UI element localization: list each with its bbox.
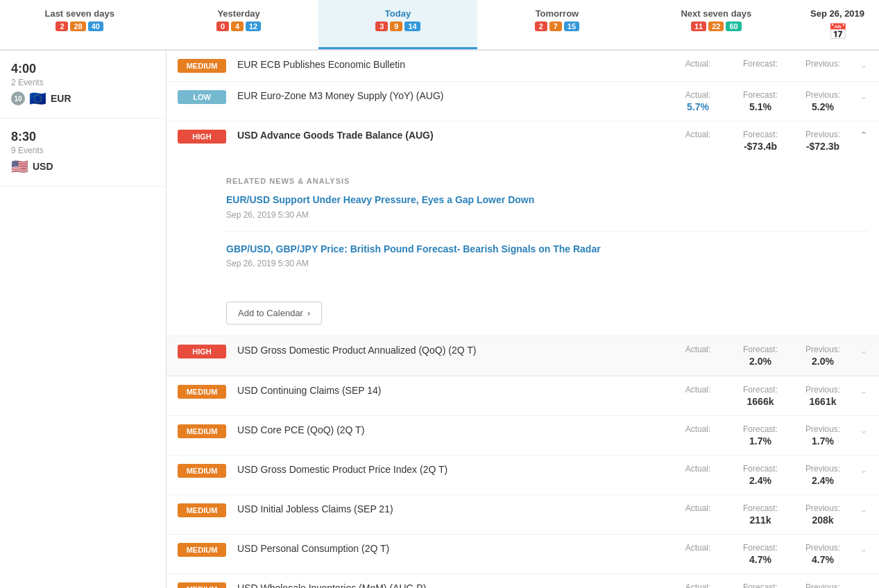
tab-tomorrow[interactable]: Tomorrow 2 7 15 [477,0,636,49]
actual-usd-personal: Actual: [667,543,729,565]
badge-next-seven-medium: 22 [708,21,724,31]
app-layout: Last seven days 2 28 40 Yesterday 0 4 12 [0,0,879,588]
actual-usd-jobless: Actual: [667,503,729,526]
tab-label-last-seven-days: Last seven days [6,8,153,19]
badge-today-high: 3 [375,21,388,31]
related-news-title: RELATED NEWS & ANALYSIS [226,177,868,185]
chevron-eur-ecb[interactable]: ⌄ [860,59,868,70]
chevron-usd-gdp[interactable]: ⌄ [860,345,868,356]
chevron-eur-m3[interactable]: ⌄ [860,90,868,101]
badge-yesterday-medium: 4 [231,21,244,31]
time-block-4am: 4:00 2 Events 10 🇪🇺 EUR [0,51,166,119]
news-link-0[interactable]: EUR/USD Support Under Heavy Pressure, Ey… [226,194,534,205]
time-label-830am: 8:30 [11,130,155,144]
tab-badges-last-seven-days: 2 28 40 [6,21,153,31]
actual-usd-gdp-price: Actual: [667,464,729,486]
actual-usd-wholesale: Actual: [667,582,729,588]
chevron-usd-wholesale[interactable]: ⌄ [860,582,868,588]
event-row-eur-ecb: MEDIUM EUR ECB Publishes Economic Bullet… [167,51,879,82]
calendar-date-picker[interactable]: Sep 26, 2019 📅 [796,0,879,49]
previous-usd-advance: Previous: -$72.3b [792,130,854,152]
tab-label-today: Today [324,8,472,19]
actual-eur-m3: Actual: 5.7% [667,90,729,112]
impact-badge-eur-m3: LOW [178,90,226,104]
stats-usd-jobless: Actual: Forecast: 211k Previous: 208k [667,503,854,526]
time-block-830am: 8:30 9 Events 🇺🇸 USD [0,119,166,187]
stats-usd-continuing: Actual: Forecast: 1666k Previous: 1661k [667,385,854,407]
event-name-usd-core-pce: USD Core PCE (QoQ) (2Q T) [237,424,667,435]
event-row-eur-m3: LOW EUR Euro-Zone M3 Money Supply (YoY) … [167,82,879,121]
eur-label: EUR [51,93,71,104]
stats-usd-core-pce: Actual: Forecast: 1.7% Previous: 1.7% [667,424,854,447]
tab-label-tomorrow: Tomorrow [483,8,631,19]
forecast-usd-core-pce: Forecast: 1.7% [729,424,792,447]
previous-usd-core-pce: Previous: 1.7% [792,424,854,447]
chevron-usd-core-pce[interactable]: ⌄ [860,424,868,435]
badge-last-seven-medium: 28 [70,21,85,31]
stats-usd-advance: Actual: Forecast: -$73.4b Previous: -$72… [667,130,854,152]
forecast-usd-personal: Forecast: 4.7% [729,543,792,565]
event-name-eur-m3: EUR Euro-Zone M3 Money Supply (YoY) (AUG… [237,90,667,101]
chevron-usd-jobless[interactable]: ⌄ [860,503,868,514]
badge-next-seven-high: 11 [691,21,706,31]
tab-label-yesterday: Yesterday [164,8,312,19]
badge-yesterday-low: 12 [246,21,261,31]
stats-usd-personal: Actual: Forecast: 4.7% Previous: 4.7% [667,543,854,565]
actual-usd-gdp: Actual: [667,345,729,367]
impact-badge-usd-jobless: MEDIUM [178,503,226,517]
previous-usd-personal: Previous: 4.7% [792,543,854,565]
forecast-usd-jobless: Forecast: 211k [729,503,792,526]
chevron-usd-continuing[interactable]: ⌄ [860,385,868,396]
tab-badges-tomorrow: 2 7 15 [483,21,631,31]
add-to-calendar-row: Add to Calendar › [167,291,879,336]
impact-badge-usd-core-pce: MEDIUM [178,424,226,438]
tab-yesterday[interactable]: Yesterday 0 4 12 [159,0,318,49]
previous-usd-wholesale: Previous: [792,582,854,588]
add-to-calendar-button[interactable]: Add to Calendar › [226,302,322,325]
actual-usd-continuing: Actual: [667,385,729,407]
add-calendar-arrow-icon: › [307,308,310,318]
currency-badge-eur: 10 [11,92,25,105]
impact-badge-usd-personal: MEDIUM [178,543,226,557]
previous-usd-gdp: Previous: 2.0% [792,345,854,367]
forecast-eur-ecb: Forecast: [729,59,792,70]
news-item-1: GBP/USD, GBP/JPY Price: British Pound Fo… [226,243,868,280]
sidebar: 4:00 2 Events 10 🇪🇺 EUR 8:30 9 Events 🇺🇸… [0,51,167,588]
stats-usd-wholesale: Actual: Forecast: Previous: [667,582,854,588]
news-date-1: Sep 26, 2019 5:30 AM [226,259,868,268]
event-row-usd-personal-consumption: MEDIUM USD Personal Consumption (2Q T) A… [167,535,879,574]
chevron-usd-gdp-price[interactable]: ⌄ [860,464,868,475]
badge-today-medium: 9 [390,21,402,31]
stats-usd-gdp-price: Actual: Forecast: 2.4% Previous: 2.4% [667,464,854,486]
impact-badge-usd-continuing: MEDIUM [178,385,226,399]
impact-badge-usd-gdp-price: MEDIUM [178,464,226,478]
event-name-usd-continuing: USD Continuing Claims (SEP 14) [237,385,667,396]
stats-eur-ecb: Actual: Forecast: Previous: [667,59,854,70]
chevron-usd-personal[interactable]: ⌄ [860,543,868,554]
stats-eur-m3: Actual: 5.7% Forecast: 5.1% Previous: 5.… [667,90,854,112]
actual-eur-ecb: Actual: [667,59,729,70]
tab-today[interactable]: Today 3 9 14 [318,0,477,49]
tab-last-seven-days[interactable]: Last seven days 2 28 40 [0,0,159,49]
event-row-usd-initial-jobless: MEDIUM USD Initial Jobless Claims (SEP 2… [167,495,879,535]
event-row-usd-core-pce: MEDIUM USD Core PCE (QoQ) (2Q T) Actual:… [167,416,879,456]
badge-last-seven-low: 40 [88,21,103,31]
event-name-usd-gdp: USD Gross Domestic Product Annualized (Q… [237,345,667,356]
currency-eur: 10 🇪🇺 EUR [11,90,155,107]
currency-usd: 🇺🇸 USD [11,158,155,175]
tab-badges-today: 3 9 14 [324,21,472,31]
event-name-usd-jobless: USD Initial Jobless Claims (SEP 21) [237,503,667,514]
forecast-usd-advance: Forecast: -$73.4b [729,130,792,152]
news-date-0: Sep 26, 2019 5:30 AM [226,210,868,220]
news-link-1[interactable]: GBP/USD, GBP/JPY Price: British Pound Fo… [226,243,601,254]
forecast-eur-m3: Forecast: 5.1% [729,90,792,112]
calendar-icon[interactable]: 📅 [828,23,847,41]
event-row-usd-wholesale: MEDIUM USD Wholesale Inventories (MoM) (… [167,574,879,588]
usd-label: USD [33,161,53,172]
main-content: MEDIUM EUR ECB Publishes Economic Bullet… [167,51,879,588]
tab-next-seven-days[interactable]: Next seven days 11 22 60 [637,0,796,49]
time-label-4am: 4:00 [11,62,155,76]
badge-yesterday-high: 0 [216,21,229,31]
previous-usd-jobless: Previous: 208k [792,503,854,526]
chevron-usd-advance[interactable]: ⌃ [860,130,868,141]
